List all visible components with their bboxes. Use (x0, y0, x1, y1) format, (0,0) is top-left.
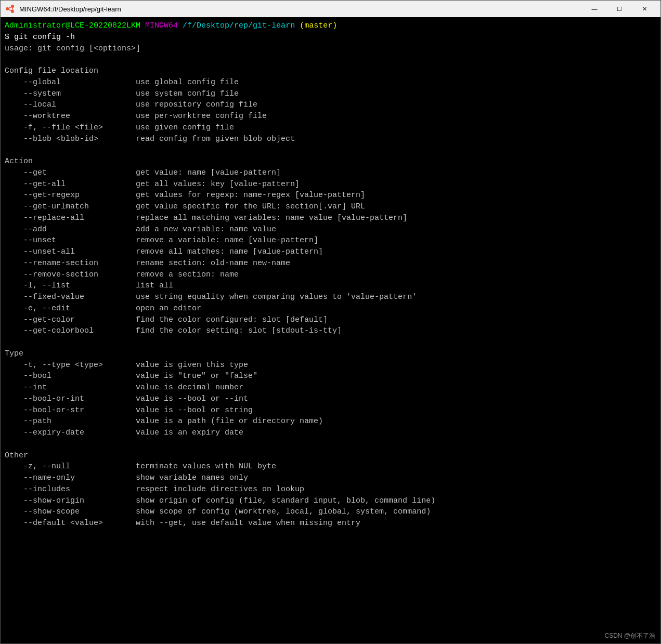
opt-rename-section: --rename-section rename section: old-nam… (5, 258, 656, 269)
section-config: Config file location (5, 65, 656, 77)
maximize-button[interactable]: ☐ (607, 1, 631, 17)
window-title: MINGW64:/f/Desktop/rep/git-learn (19, 5, 582, 13)
opt-get-color: --get-color find the color configured: s… (5, 314, 656, 326)
opt-bool-or-str: --bool-or-str value is --bool or string (5, 405, 656, 416)
opt-default: --default <value> with --get, use defaul… (5, 518, 656, 529)
terminal-body[interactable]: Administrator@LCE-20220822LKM MINGW64 /f… (1, 17, 660, 643)
blank-3 (5, 337, 656, 348)
prompt-line: Administrator@LCE-20220822LKM MINGW64 /f… (5, 20, 656, 32)
minimize-button[interactable]: — (582, 1, 606, 17)
title-bar: MINGW64:/f/Desktop/rep/git-learn — ☐ ✕ (1, 1, 660, 17)
window-controls: — ☐ ✕ (582, 1, 656, 17)
section-other: Other (5, 450, 656, 462)
opt-show-origin: --show-origin show origin of config (fil… (5, 495, 656, 507)
app-icon (5, 4, 15, 14)
opt-file: -f, --file <file> use given config file (5, 122, 656, 134)
opt-list: -l, --list list all (5, 280, 656, 292)
terminal-window: MINGW64:/f/Desktop/rep/git-learn — ☐ ✕ A… (0, 0, 661, 644)
opt-get-regexp: --get-regexp get values for regexp: name… (5, 190, 656, 201)
command-line: $ git config -h (5, 32, 656, 43)
opt-system: --system use system config file (5, 88, 656, 100)
opt-name-only: --name-only show variable names only (5, 472, 656, 484)
opt-path: --path value is a path (file or director… (5, 416, 656, 427)
opt-get-urlmatch: --get-urlmatch get value specific for th… (5, 201, 656, 213)
opt-type: -t, --type <type> value is given this ty… (5, 360, 656, 371)
watermark: CSDN @创不了浩 (604, 632, 655, 640)
opt-bool-or-int: --bool-or-int value is --bool or --int (5, 393, 656, 405)
blank-1 (5, 54, 656, 65)
opt-show-scope: --show-scope show scope of config (workt… (5, 506, 656, 518)
opt-get-all: --get-all get all values: key [value-pat… (5, 179, 656, 190)
opt-unset: --unset remove a variable: name [value-p… (5, 235, 656, 246)
opt-includes: --includes respect include directives on… (5, 484, 656, 495)
opt-add: --add add a new variable: name value (5, 224, 656, 235)
opt-get-colorbool: --get-colorbool find the color setting: … (5, 325, 656, 337)
opt-get: --get get value: name [value-pattern] (5, 167, 656, 179)
opt-null: -z, --null terminate values with NUL byt… (5, 461, 656, 472)
opt-expiry-date: --expiry-date value is an expiry date (5, 427, 656, 439)
section-type: Type (5, 348, 656, 360)
blank-2 (5, 144, 656, 156)
opt-blob: --blob <blob-id> read config from given … (5, 134, 656, 145)
opt-fixed-value: --fixed-value use string equality when c… (5, 292, 656, 303)
opt-remove-section: --remove-section remove a section: name (5, 269, 656, 281)
opt-unset-all: --unset-all remove all matches: name [va… (5, 246, 656, 258)
opt-replace-all: --replace-all replace all matching varia… (5, 213, 656, 224)
opt-global: --global use global config file (5, 77, 656, 88)
section-action: Action (5, 156, 656, 167)
opt-edit: -e, --edit open an editor (5, 303, 656, 314)
close-button[interactable]: ✕ (632, 1, 656, 17)
blank-4 (5, 439, 656, 450)
opt-int: --int value is decimal number (5, 382, 656, 393)
opt-bool: --bool value is "true" or "false" (5, 371, 656, 382)
opt-local: --local use repository config file (5, 99, 656, 111)
opt-worktree: --worktree use per-worktree config file (5, 111, 656, 122)
usage-line: usage: git config [<options>] (5, 43, 656, 55)
